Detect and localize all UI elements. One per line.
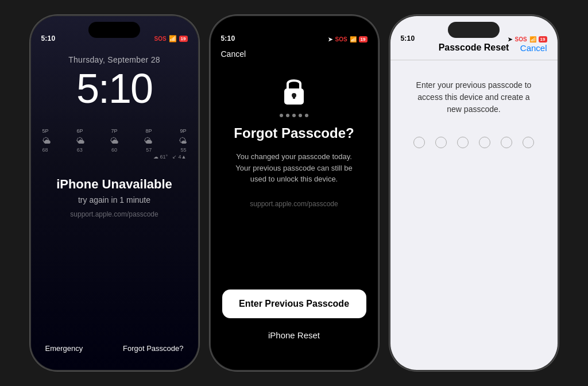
location-icon-3: ➤	[508, 36, 512, 43]
passcode-circle-6	[523, 137, 534, 148]
wind-speed: ↙ 4▲	[172, 154, 186, 160]
enter-previous-passcode-button[interactable]: Enter Previous Passcode	[222, 290, 366, 318]
lock-dots	[211, 114, 378, 117]
wifi-icon-2: 📶	[350, 36, 357, 43]
status-time-2: 5:10	[221, 34, 235, 43]
dynamic-island-2	[268, 22, 320, 38]
passcode-circle-3	[457, 137, 469, 148]
cancel-button-2[interactable]: Cancel	[221, 49, 246, 59]
support-link-2: support.apple.com/passcode	[211, 200, 378, 208]
battery-badge-3: 19	[539, 36, 547, 43]
status-icons-3: ➤ SOS 📶 19	[508, 36, 547, 43]
dynamic-island-1	[88, 22, 140, 38]
lock-dot-5	[305, 114, 308, 117]
passcode-circles	[390, 137, 558, 148]
battery-badge-2: 19	[359, 36, 368, 43]
passcode-circle-1	[413, 137, 425, 148]
weather-icon-3: 🌥	[144, 136, 152, 145]
passcode-circle-2	[435, 137, 447, 148]
unavailable-subtitle: try again in 1 minute	[31, 195, 198, 204]
phone-3: 5:10 ➤ SOS 📶 19 🔒 Passcode Reset Cancel …	[389, 15, 559, 371]
wifi-icon-1: 📶	[169, 35, 177, 43]
status-icons-2: ➤ SOS 📶 19	[328, 36, 367, 43]
forgot-passcode-button[interactable]: Forgot Passcode?	[123, 344, 184, 353]
lockscreen-time: 5:10	[31, 65, 198, 112]
sos-label-2: SOS	[335, 36, 347, 43]
current-temp: ☁ 61°	[153, 154, 168, 160]
phone-2: 5:10 ➤ SOS 📶 19 🔒 Cancel	[210, 15, 379, 371]
weather-widget: 5P 6P 7P 8P 9P 🌥 🌥 🌥 🌥 🌤 68 63 60 57 55	[31, 128, 198, 160]
lockscreen-bottom-actions: Emergency Forgot Passcode?	[31, 344, 198, 353]
passcode-reset-desc: Enter your previous passcode to access t…	[390, 79, 558, 115]
status-time-3: 5:10	[401, 34, 415, 43]
passcode-circle-4	[479, 137, 490, 148]
weather-icon-2: 🌥	[110, 136, 118, 145]
lock-dot-2	[286, 114, 289, 117]
phone-1: 5:10 SOS 📶 19 🔒 Thursday, September 28 5…	[30, 15, 199, 371]
lock-icon-large	[211, 74, 378, 117]
emergency-button[interactable]: Emergency	[45, 344, 83, 353]
unavailable-message: iPhone Unavailable try again in 1 minute…	[31, 177, 198, 218]
passcode-circle-5	[501, 137, 512, 148]
support-link-1: support.apple.com/passcode	[31, 210, 198, 218]
sos-label-1: SOS	[154, 36, 166, 42]
sos-label-3: SOS	[514, 36, 527, 43]
svg-rect-2	[293, 95, 295, 99]
location-icon-2: ➤	[328, 36, 332, 43]
status-icons-1: SOS 📶 19	[154, 35, 187, 43]
wifi-icon-3: 📶	[529, 36, 536, 43]
dynamic-island-3	[448, 22, 500, 38]
lock-dot-1	[280, 114, 283, 117]
status-time-1: 5:10	[41, 34, 56, 43]
iphone-reset-button[interactable]: iPhone Reset	[211, 330, 378, 340]
lock-dot-4	[299, 114, 302, 117]
battery-badge-1: 19	[179, 36, 188, 42]
forgot-passcode-desc: You changed your passcode today. Your pr…	[211, 151, 378, 185]
lockscreen-date: Thursday, September 28	[31, 55, 198, 64]
forgot-passcode-title: Forgot Passcode?	[211, 125, 378, 141]
weather-icon-0: 🌥	[42, 136, 51, 145]
unavailable-title: iPhone Unavailable	[31, 177, 198, 192]
lock-dot-3	[292, 114, 296, 117]
weather-icon-4: 🌤	[179, 136, 187, 145]
lock-svg	[280, 74, 308, 108]
weather-icon-1: 🌥	[76, 136, 84, 145]
header-separator	[390, 60, 558, 60]
